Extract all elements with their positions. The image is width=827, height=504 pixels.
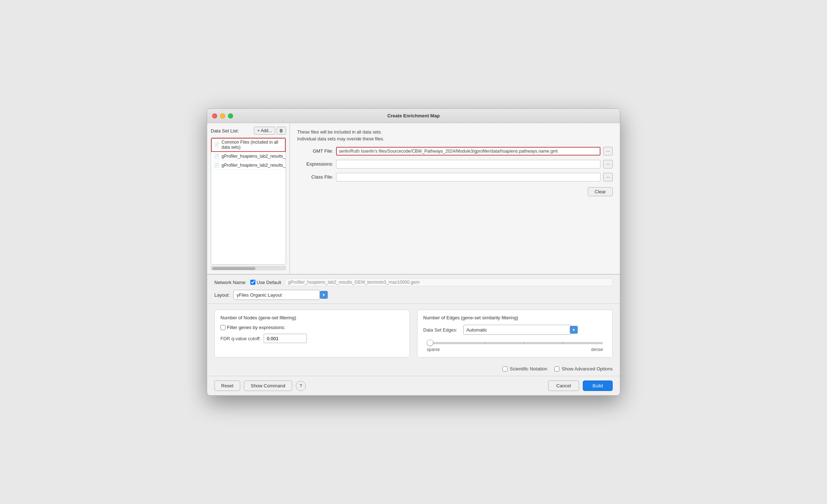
layout-label: Layout: xyxy=(214,292,230,298)
filtering-section: Number of Nodes (gene-set filtering) Fil… xyxy=(207,304,620,363)
nodes-filter-title: Number of Nodes (gene-set filtering) xyxy=(220,315,404,320)
scrollbar-thumb xyxy=(212,267,255,270)
window-body: Data Set List: + Add... 🗑 📄 Common Files… xyxy=(207,123,620,395)
delete-dataset-button[interactable]: 🗑 xyxy=(277,127,286,135)
filter-genes-label[interactable]: Filter genes by expressions: xyxy=(220,325,285,330)
right-panel: These files will be included in all data… xyxy=(290,123,620,274)
use-default-text: Use Default xyxy=(257,280,281,285)
bottom-bar: Reset Show Command ? Cancel Build xyxy=(207,376,620,395)
close-button[interactable] xyxy=(212,113,217,118)
show-advanced-checkbox[interactable] xyxy=(554,366,559,372)
edges-select-wrap: Automatic Separate Edge per Data Set Com… xyxy=(463,325,578,335)
slider-min-label: sparse xyxy=(427,347,440,352)
expressions-browse-button[interactable]: ··· xyxy=(603,160,613,168)
scientific-notation-option[interactable]: Scientific Notation xyxy=(502,366,547,372)
main-window: Create Enrichment Map Data Set List: + A… xyxy=(207,108,620,396)
titlebar: Create Enrichment Map xyxy=(207,109,620,123)
network-section: Network Name: Use Default gProfiler_hsap… xyxy=(207,274,620,304)
horizontal-scrollbar[interactable] xyxy=(211,266,286,270)
show-advanced-label: Show Advanced Options xyxy=(562,366,613,372)
class-file-row: Class File: ··· xyxy=(297,173,613,181)
build-button[interactable]: Build xyxy=(583,381,613,391)
scientific-notation-label: Scientific Notation xyxy=(510,366,547,372)
network-name-row: Network Name: Use Default gProfiler_hsap… xyxy=(214,278,613,286)
scientific-notation-checkbox[interactable] xyxy=(502,366,508,372)
gmt-label: GMT File: xyxy=(297,148,333,154)
layout-select[interactable]: yFiles Organic Layout Force-Directed Gri… xyxy=(233,290,320,300)
expressions-input[interactable] xyxy=(336,160,600,168)
similarity-slider-container: sparse dense xyxy=(423,342,607,352)
fdr-label: FDR q-value cutoff: xyxy=(220,336,261,341)
dataset-item-label-2: gProfiler_hsapiens_lab2_results_GEM_term… xyxy=(222,163,286,168)
file-icon: 📄 xyxy=(214,142,219,147)
left-panel-buttons: + Add... 🗑 xyxy=(254,127,286,135)
clear-row: Clear xyxy=(297,187,613,196)
maximize-button[interactable] xyxy=(228,113,233,118)
use-default-checkbox[interactable] xyxy=(250,280,255,285)
top-area: Data Set List: + Add... 🗑 📄 Common Files… xyxy=(207,123,620,274)
reset-button[interactable]: Reset xyxy=(214,381,240,391)
dataset-list-label: Data Set List: xyxy=(211,128,239,134)
dataset-item-label: Common Files (included in all data sets) xyxy=(222,140,283,150)
class-file-browse-button[interactable]: ··· xyxy=(603,173,613,181)
class-file-label: Class File: xyxy=(297,174,333,180)
slider-max-label: dense xyxy=(591,347,603,352)
similarity-slider-thumb[interactable] xyxy=(427,339,433,346)
fdr-row: FDR q-value cutoff: xyxy=(220,334,404,343)
layout-select-wrap: yFiles Organic Layout Force-Directed Gri… xyxy=(233,290,328,300)
edges-filter-box: Number of Edges (gene-set similarity fil… xyxy=(417,310,613,357)
window-controls xyxy=(212,113,233,118)
gmt-file-row: GMT File: ··· xyxy=(297,147,613,156)
panel-note: These files will be included in all data… xyxy=(297,129,613,143)
clear-button[interactable]: Clear xyxy=(588,187,613,196)
layout-select-arrow: ▼ xyxy=(320,291,328,299)
dataset-item-2[interactable]: 📄 gProfiler_hsapiens_lab2_results_GEM_te… xyxy=(211,161,286,170)
edges-select-arrow: ▼ xyxy=(570,326,578,334)
nodes-filter-box: Number of Nodes (gene-set filtering) Fil… xyxy=(214,310,410,357)
expressions-row: Expressions: ··· xyxy=(297,160,613,168)
similarity-slider-track[interactable] xyxy=(427,342,603,344)
network-name-label: Network Name: xyxy=(214,280,247,285)
dataset-item-label-1: gProfiler_hsapiens_lab2_results_GEM_term… xyxy=(222,154,286,159)
dataset-edges-select[interactable]: Automatic Separate Edge per Data Set Com… xyxy=(463,325,571,335)
dataset-list: 📄 Common Files (included in all data set… xyxy=(211,138,286,265)
layout-row: Layout: yFiles Organic Layout Force-Dire… xyxy=(214,290,613,300)
dataset-item-common[interactable]: 📄 Common Files (included in all data set… xyxy=(211,138,286,152)
file-icon-2: 📄 xyxy=(214,163,219,168)
dataset-edges-label: Data Set Edges: xyxy=(423,327,457,333)
dataset-item-1[interactable]: 📄 gProfiler_hsapiens_lab2_results_GEM_te… xyxy=(211,152,286,161)
dataset-edges-row: Data Set Edges: Automatic Separate Edge … xyxy=(423,325,607,335)
help-button[interactable]: ? xyxy=(296,381,306,391)
filter-genes-checkbox[interactable] xyxy=(220,325,225,330)
note-line1: These files will be included in all data… xyxy=(297,129,613,136)
file-icon-1: 📄 xyxy=(214,154,219,159)
gmt-input[interactable] xyxy=(336,147,600,156)
filter-genes-text: Filter genes by expressions: xyxy=(227,325,285,330)
show-advanced-option[interactable]: Show Advanced Options xyxy=(554,366,613,372)
class-file-input[interactable] xyxy=(336,173,600,181)
window-title: Create Enrichment Map xyxy=(387,113,439,118)
options-row: Scientific Notation Show Advanced Option… xyxy=(207,363,620,376)
bottom-right: Cancel Build xyxy=(548,381,613,391)
left-panel-header: Data Set List: + Add... 🗑 xyxy=(211,127,286,135)
show-command-button[interactable]: Show Command xyxy=(244,381,292,391)
use-default-label[interactable]: Use Default xyxy=(250,280,281,285)
expressions-label: Expressions: xyxy=(297,161,333,167)
edges-filter-title: Number of Edges (gene-set similarity fil… xyxy=(423,315,607,320)
fdr-input[interactable] xyxy=(264,334,307,343)
minimize-button[interactable] xyxy=(220,113,225,118)
note-line2: Individual data sets may overide these f… xyxy=(297,136,613,143)
left-panel: Data Set List: + Add... 🗑 📄 Common Files… xyxy=(207,123,290,274)
gmt-browse-button[interactable]: ··· xyxy=(603,147,613,156)
network-default-value: gProfiler_hsapiens_lab2_results_GEM_term… xyxy=(285,278,613,286)
add-dataset-button[interactable]: + Add... xyxy=(254,127,275,135)
bottom-left: Reset Show Command ? xyxy=(214,381,306,391)
slider-labels: sparse dense xyxy=(427,347,603,352)
cancel-button[interactable]: Cancel xyxy=(548,381,579,391)
filter-genes-row: Filter genes by expressions: xyxy=(220,325,404,330)
